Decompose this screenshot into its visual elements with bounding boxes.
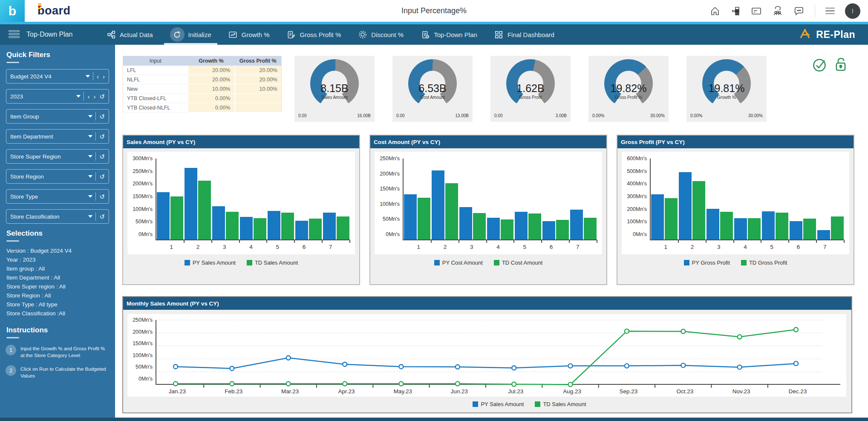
legend-item: PY Sales Amount	[185, 260, 236, 266]
filter-budget-2024-v4[interactable]: Budget 2024 V4‹›	[6, 69, 109, 84]
reset-icon[interactable]: ↺	[99, 133, 105, 140]
tab-actual-data[interactable]: Actual Data	[107, 24, 153, 45]
bottom-strip	[0, 418, 868, 421]
filter-store-region[interactable]: Store Region↺	[6, 169, 109, 184]
bar-group	[487, 159, 514, 239]
validated-check-icon[interactable]	[812, 57, 828, 75]
tab-final-dashboard[interactable]: Final Dashboard	[494, 24, 554, 45]
y-axis-tick-label: 150Mn's	[133, 340, 153, 346]
dropdown-caret-icon[interactable]	[88, 215, 92, 218]
dropdown-caret-icon[interactable]	[88, 115, 92, 118]
y-axis-tick-label: 50Mn's	[383, 216, 400, 222]
next-icon[interactable]: ›	[103, 73, 105, 80]
dropdown-caret-icon[interactable]	[86, 75, 90, 78]
gross-profit-value-cell[interactable]: 10.00%	[235, 84, 282, 94]
selection-line: Store Super region : All	[0, 283, 115, 292]
dropdown-caret-icon[interactable]	[88, 155, 92, 158]
unlocked-icon[interactable]	[833, 57, 848, 75]
growth-value-cell[interactable]: 20.00%	[188, 66, 235, 75]
tab-growth[interactable]: Growth %	[228, 24, 270, 45]
legend-item: PY Sales Amount	[473, 401, 524, 407]
y-axis-tick-label: 0Mn's	[633, 231, 647, 237]
nav-menu-toggle[interactable]: Top-Down Plan	[0, 30, 107, 39]
y-axis-tick-label: 300Mn's	[133, 156, 153, 161]
x-axis-tick-label: 4	[238, 244, 264, 250]
menu-icon[interactable]	[825, 8, 835, 14]
x-axis-tick-label: 1	[405, 244, 432, 250]
gross-profit-value-cell[interactable]	[235, 103, 282, 112]
reset-icon[interactable]: ↺	[99, 113, 105, 120]
reset-icon[interactable]: ↺	[99, 213, 105, 220]
growth-value-cell[interactable]: 20.00%	[188, 75, 235, 84]
filter-item-group[interactable]: Item Group↺	[6, 109, 109, 124]
reset-icon[interactable]: ↺	[99, 173, 105, 180]
dropdown-caret-icon[interactable]	[88, 195, 92, 198]
bar	[748, 218, 761, 239]
capsule-flow-icon[interactable]	[730, 6, 741, 16]
input-row-label: YTB Closed-LFL	[123, 94, 188, 103]
prev-icon[interactable]: ‹	[97, 73, 99, 80]
tab-discount[interactable]: Discount %	[358, 24, 404, 45]
x-axis-tick-label: Apr.23	[338, 388, 355, 395]
monthly-sales-chart-title: Monthly Sales Amount (PY vs CY)	[123, 297, 851, 310]
filter-2023[interactable]: 2023‹›↺	[6, 89, 109, 104]
legend-item: PY Cost Amount	[434, 260, 483, 266]
gross-profit-value-cell[interactable]: 20.00%	[235, 66, 282, 75]
replan-logo-icon	[799, 28, 812, 41]
filter-store-super-region[interactable]: Store Super Region↺	[6, 149, 109, 164]
selection-line: Item Department : All	[0, 274, 115, 283]
tab-label: Actual Data	[120, 31, 153, 38]
x-axis-tick-label: 2	[679, 244, 705, 250]
dropdown-caret-icon[interactable]	[88, 175, 92, 178]
prev-icon[interactable]: ‹	[87, 93, 89, 100]
home-icon[interactable]	[710, 6, 720, 16]
next-icon[interactable]: ›	[93, 93, 95, 100]
reset-icon[interactable]: ↺	[99, 193, 105, 200]
sales-amount-chart-title: Sales Amount (PY vs CY)	[123, 136, 359, 148]
x-axis-tick-label: 6	[538, 244, 564, 250]
reset-icon[interactable]: ↺	[99, 153, 105, 160]
bar	[528, 213, 541, 239]
tab-top-down-plan[interactable]: Top-Down Plan	[421, 24, 477, 45]
growth-value-cell[interactable]: 0.00%	[188, 103, 235, 112]
bar-group	[239, 159, 267, 239]
dropdown-caret-icon[interactable]	[76, 95, 81, 98]
growth-value-cell[interactable]: 0.00%	[188, 94, 235, 103]
bar	[487, 218, 500, 239]
y-axis-tick-label: 250Mn's	[133, 168, 153, 174]
gross-profit-value-cell[interactable]: 20.00%	[235, 75, 282, 84]
x-axis-tick-label: 1	[652, 244, 679, 250]
bar	[831, 216, 844, 239]
bar-group	[569, 159, 597, 239]
bar	[762, 211, 775, 239]
bar	[542, 221, 555, 239]
filter-item-department[interactable]: Item Department↺	[6, 129, 109, 144]
y-axis-tick-label: 50Mn's	[136, 219, 153, 225]
gross-profit-value-cell[interactable]	[235, 94, 282, 103]
dropdown-caret-icon[interactable]	[88, 135, 92, 138]
y-axis-tick-label: 500Mn's	[627, 168, 647, 174]
audience-icon[interactable]	[772, 6, 783, 17]
tab-gross-profit[interactable]: Gross Profit %	[287, 24, 341, 45]
bar	[501, 219, 513, 239]
filter-divider	[93, 72, 93, 81]
bar-group	[678, 159, 706, 239]
y-axis-tick-label: 250Mn's	[133, 317, 153, 323]
x-axis-tick-label: 5	[758, 244, 785, 250]
chat-icon[interactable]	[793, 6, 805, 16]
card-list-icon[interactable]	[751, 6, 762, 16]
bar	[404, 194, 417, 239]
nav-bar: Top-Down Plan Actual DataInitializeGrowt…	[0, 24, 868, 45]
tab-initialize[interactable]: Initialize	[170, 24, 211, 45]
bar	[226, 212, 239, 239]
growth-value-cell[interactable]: 10.00%	[188, 84, 235, 94]
avatar[interactable]: I	[845, 3, 860, 19]
reset-icon[interactable]: ↺	[99, 93, 105, 100]
gauge-value: 19.81%	[709, 82, 745, 95]
filter-store-type[interactable]: Store Type↺	[6, 189, 109, 204]
bar	[185, 168, 197, 239]
bar	[418, 198, 430, 239]
bar	[734, 218, 747, 239]
bar	[254, 218, 266, 239]
filter-store-classification[interactable]: Store Classification↺	[6, 209, 109, 224]
